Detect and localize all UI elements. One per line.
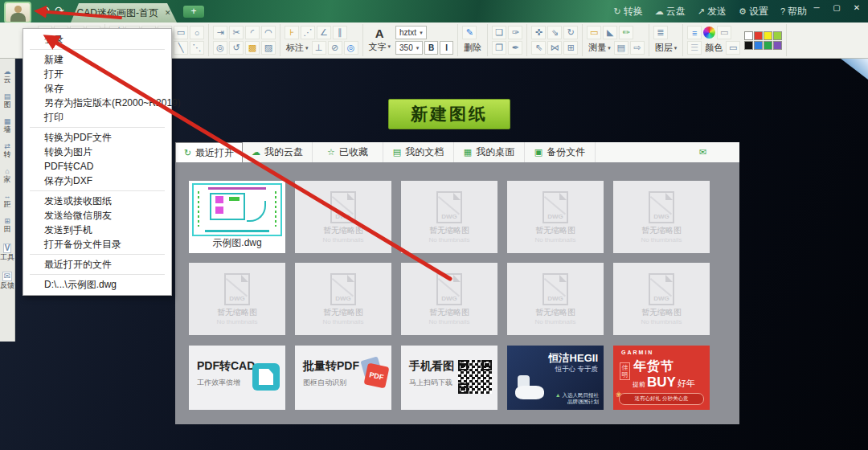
rotate-icon[interactable]: ↻ (563, 26, 578, 39)
menu-item[interactable]: PDF转CAD (23, 159, 171, 174)
titlebar-menu-设置[interactable]: ⚙设置 (739, 5, 768, 18)
redo-icon[interactable]: ↷ (55, 5, 64, 16)
center-mark-icon[interactable]: ◎ (344, 41, 358, 55)
sidebar-item-田[interactable]: ⊞田 (4, 217, 11, 233)
palette-swatch[interactable] (744, 41, 753, 50)
menu-item[interactable]: 发送到手机 (23, 223, 171, 237)
new-tab-button[interactable]: + (183, 6, 204, 18)
background-color-icon[interactable]: ▭ (726, 41, 740, 55)
promo-pdf-to-cad[interactable]: PDF转CAD 工作效率倍增 (189, 346, 285, 410)
italic-button[interactable]: I (440, 41, 453, 55)
move-icon[interactable]: ✜ (531, 26, 546, 39)
menu-item[interactable]: 打印 (23, 110, 171, 125)
tab-备份文件[interactable]: ▣备份文件 (525, 142, 596, 162)
new-drawing-button[interactable]: 新建图纸 (388, 99, 510, 129)
sidebar-item-距[interactable]: ↔距 (4, 192, 11, 208)
revolve-icon[interactable]: ↺ (229, 41, 244, 55)
snapshot-icon[interactable]: ▤ (614, 41, 628, 55)
menu-item[interactable]: 转换为PDF文件 (23, 130, 171, 145)
array-icon[interactable]: ⊞ (563, 41, 578, 55)
leader-icon[interactable]: ⊥ (312, 41, 326, 55)
menu-item[interactable]: 保存为DXF (23, 174, 171, 188)
palette-swatch[interactable] (764, 41, 772, 50)
trim-icon[interactable]: ✂ (229, 26, 244, 39)
hatch-icon[interactable]: ▩ (245, 41, 260, 55)
sidebar-item-墙[interactable]: ▦墙 (4, 117, 11, 133)
palette-swatch[interactable] (754, 41, 763, 50)
fillet-icon[interactable]: ◜ (245, 26, 260, 39)
tab-我的云盘[interactable]: ☁我的云盘 (243, 142, 313, 162)
promo-batch-pdf[interactable]: 批量转PDF 图框自动识别 PDF (295, 346, 391, 410)
raster-image-icon[interactable]: ▨ (261, 41, 276, 55)
tab-已收藏[interactable]: ☆已收藏 (313, 142, 383, 162)
brush-icon[interactable]: ✒ (508, 41, 522, 55)
mirror-icon[interactable]: ⋈ (547, 41, 562, 55)
sidebar-item-转[interactable]: ⇄转 (4, 142, 11, 158)
palette-swatch[interactable] (773, 31, 782, 40)
sidebar-item-家[interactable]: ⌂家 (4, 167, 11, 183)
offset-icon[interactable]: ◎ (213, 41, 227, 55)
maximize-button[interactable]: ▢ (829, 2, 845, 14)
close-button[interactable]: ✕ (849, 2, 865, 14)
menu-item[interactable]: 另存为指定版本(R2000~R2019) (23, 96, 171, 110)
menu-item[interactable]: 转换为图片 (23, 145, 171, 159)
color-wheel[interactable] (703, 27, 715, 39)
sidebar-feedback[interactable]: ✉反馈 (0, 272, 14, 289)
angular-dim-icon[interactable]: ∠ (317, 26, 331, 39)
ad-garmin[interactable]: GARMIN 佳明 年货节 提前 BUY 好年 ❀ 送有心好礼 分秒关心意 (613, 346, 710, 410)
stretch-icon[interactable]: ⇘ (547, 26, 562, 39)
chamfer-icon[interactable]: ◠ (261, 26, 276, 39)
erase-pencil-icon[interactable]: ✎ (462, 26, 477, 39)
menu-item[interactable]: 最近打开的文件 (23, 257, 171, 272)
file-card-placeholder[interactable]: DWG暂无缩略图No thumbnails (613, 263, 710, 335)
ellipse-icon[interactable]: ○ (190, 26, 204, 39)
sidebar-v-tools[interactable]: V工具 (0, 243, 14, 261)
copy-icon[interactable]: ❏ (492, 26, 506, 39)
continue-dim-icon[interactable]: ∥ (333, 26, 347, 39)
undo-icon[interactable]: ↶ (40, 5, 50, 16)
file-card-placeholder[interactable]: DWG暂无缩略图No thumbnails (295, 181, 391, 253)
menu-item[interactable]: 打开备份文件目录 (23, 237, 171, 252)
sidebar-item-云[interactable]: ☁云 (4, 68, 11, 84)
layers-icon[interactable]: ≣ (653, 26, 668, 39)
annotate-dropdown[interactable]: 标注▾ (285, 41, 310, 55)
tab-envelope[interactable]: ✉ (666, 142, 739, 162)
ruler-icon[interactable]: ▭ (587, 26, 601, 39)
tab-最近打开[interactable]: ↻最近打开 (175, 142, 243, 162)
menu-item[interactable]: 新建 (23, 52, 171, 67)
sidebar-item-图[interactable]: ▤图 (4, 92, 11, 108)
user-avatar-button[interactable] (4, 2, 31, 23)
minimize-button[interactable]: ─ (809, 2, 825, 14)
match-prop-icon[interactable]: ✑ (508, 26, 522, 39)
page-tab-home[interactable]: CAD迷你画图-首页 ✕ (71, 3, 177, 22)
palette-swatch[interactable] (773, 41, 782, 50)
palette-swatch[interactable] (754, 31, 763, 40)
measure-dropdown[interactable]: 测量▾ (587, 41, 612, 55)
tab-我的桌面[interactable]: ▦我的桌面 (454, 142, 525, 162)
aligned-dim-icon[interactable]: ⋰ (301, 26, 315, 39)
promo-mobile-view[interactable]: 手机看图 马上扫码下载 (401, 346, 497, 410)
linetype-icon[interactable]: ▭ (717, 26, 731, 39)
file-card[interactable]: 示例图.dwg (189, 181, 285, 253)
file-card-placeholder[interactable]: DWG暂无缩略图No thumbnails (507, 263, 604, 335)
file-card-placeholder[interactable]: DWG暂无缩略图No thumbnails (189, 263, 285, 335)
titlebar-menu-转换[interactable]: ↻转换 (614, 5, 643, 18)
area-icon[interactable]: ◣ (603, 26, 617, 39)
file-card-placeholder[interactable]: DWG暂无缩略图No thumbnails (613, 181, 710, 253)
file-card-placeholder[interactable]: DWG暂无缩略图No thumbnails (507, 181, 604, 253)
menu-item[interactable]: 登录 (23, 32, 171, 47)
file-card-placeholder[interactable]: DWG暂无缩略图No thumbnails (295, 263, 391, 335)
delete-label[interactable]: 删除 (462, 41, 483, 55)
menu-item[interactable]: 发送给微信朋友 (23, 208, 171, 223)
sketch-icon[interactable]: ✏ (619, 26, 633, 39)
close-tab-icon[interactable]: ✕ (165, 9, 171, 17)
file-card-placeholder[interactable]: DWG暂无缩略图No thumbnails (401, 181, 497, 253)
export-view-icon[interactable]: ⇨ (630, 41, 645, 55)
file-card-placeholder[interactable]: DWG暂无缩略图No thumbnails (401, 263, 497, 335)
text-tool-button[interactable]: A文字▾ (367, 27, 393, 54)
menu-item[interactable]: 发送或接收图纸 (23, 194, 171, 208)
construction-line-icon[interactable]: ⋱ (190, 41, 204, 55)
scale-icon[interactable]: ⇖ (531, 41, 546, 55)
rectangle-icon[interactable]: ▭ (174, 26, 188, 39)
tab-我的文档[interactable]: ▤我的文档 (383, 142, 454, 162)
